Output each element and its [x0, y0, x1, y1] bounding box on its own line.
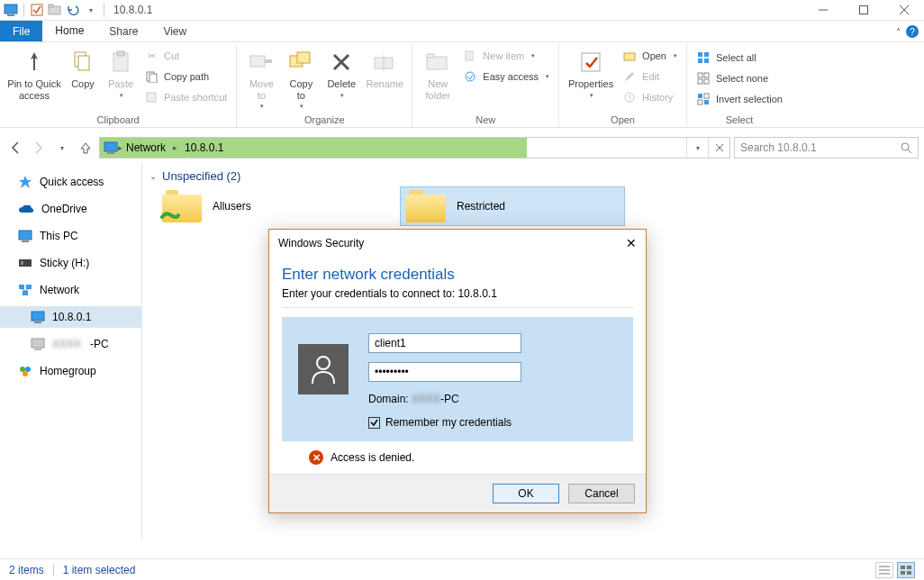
search-placeholder: Search 10.8.0.1 [740, 141, 817, 154]
svg-rect-37 [698, 79, 702, 84]
nav-this-pc[interactable]: This PC [0, 225, 141, 247]
explorer-icon[interactable] [2, 1, 20, 19]
dialog-subtitle: Enter your credentials to connect to: 10… [282, 287, 633, 300]
nav-homegroup[interactable]: Homegroup [0, 360, 141, 382]
nav-quick-access[interactable]: Quick access [0, 171, 141, 193]
dialog-title: Windows Security [278, 237, 364, 249]
back-button[interactable] [5, 138, 25, 158]
open-button[interactable]: Open▾ [619, 46, 681, 66]
credentials-box: Domain: XXXX-PC Remember my credentials [282, 317, 633, 441]
view-details-button[interactable] [875, 562, 893, 578]
status-item-count: 2 items [9, 564, 44, 576]
content-group-header[interactable]: ⌄ Unspecified (2) [149, 169, 924, 183]
address-bar[interactable]: ▸ Network▸ 10.8.0.1 ▾ [99, 137, 730, 159]
refresh-button[interactable] [708, 138, 729, 158]
qat-dropdown-icon[interactable]: ▾ [82, 1, 100, 19]
folder-allusers[interactable]: Allusers [157, 186, 382, 226]
undo-icon[interactable] [64, 1, 82, 19]
search-icon [900, 141, 912, 154]
dialog-close-button[interactable]: ✕ [626, 236, 637, 250]
maximize-button[interactable] [843, 0, 883, 21]
cut-button[interactable]: ✂Cut [140, 46, 231, 66]
svg-rect-54 [26, 285, 32, 289]
search-box[interactable]: Search 10.8.0.1 [734, 137, 919, 159]
copy-to-button[interactable]: Copy to▾ [282, 44, 320, 110]
svg-rect-52 [21, 261, 23, 265]
edit-button[interactable]: Edit [619, 67, 681, 86]
pin-quick-access-button[interactable]: Pin to Quick access [5, 44, 63, 101]
file-tab[interactable]: File [0, 21, 42, 41]
dialog-buttons: OK Cancel [269, 474, 646, 512]
new-item-button[interactable]: New item▾ [459, 46, 553, 66]
svg-rect-68 [901, 566, 905, 569]
cancel-button[interactable]: Cancel [568, 484, 635, 503]
home-tab[interactable]: Home [42, 21, 96, 41]
nav-onedrive[interactable]: OneDrive [0, 198, 141, 220]
svg-rect-44 [107, 152, 114, 154]
nav-network[interactable]: Network [0, 279, 141, 301]
group-select: Select all Select none Invert selection … [687, 44, 792, 127]
password-input[interactable] [368, 362, 521, 382]
invert-selection-button[interactable]: Invert selection [693, 89, 786, 109]
svg-rect-70 [901, 571, 905, 575]
checkbox-icon[interactable] [28, 1, 46, 19]
new-folder-button[interactable]: New folder [418, 44, 457, 101]
group-new: New folder New item▾ Easy access▾ New [412, 44, 559, 127]
svg-point-62 [20, 367, 25, 372]
view-tab[interactable]: View [150, 21, 199, 41]
remember-checkbox[interactable]: Remember my credentials [368, 416, 617, 429]
copy-button[interactable]: Copy [65, 44, 101, 90]
close-button[interactable] [883, 0, 924, 21]
rename-button[interactable]: Rename [363, 44, 406, 90]
share-folder-icon [406, 190, 446, 222]
properties-button[interactable]: Properties▾ [565, 44, 617, 99]
copy-path-button[interactable]: Copy path [140, 67, 231, 86]
recent-locations-button[interactable]: ▾ [52, 138, 72, 158]
crumb-network[interactable]: Network▸ [122, 138, 181, 158]
delete-button[interactable]: Delete▾ [322, 44, 361, 99]
group-label-select: Select [693, 114, 786, 127]
forward-button[interactable] [29, 138, 49, 158]
share-folder-icon [162, 190, 202, 222]
svg-rect-33 [698, 59, 702, 63]
svg-rect-6 [859, 6, 867, 14]
nav-sticky[interactable]: Sticky (H:) [0, 252, 141, 274]
svg-rect-31 [698, 52, 702, 57]
svg-line-57 [25, 289, 29, 291]
nav-host-1[interactable]: 10.8.0.1 [0, 306, 141, 328]
move-to-button[interactable]: Move to▾ [242, 44, 280, 110]
folder-restricted[interactable]: Restricted [400, 186, 625, 226]
paste-button[interactable]: Paste▾ [103, 44, 139, 99]
svg-rect-40 [704, 94, 709, 98]
svg-rect-61 [34, 349, 41, 350]
up-button[interactable] [76, 138, 95, 158]
address-dropdown-button[interactable]: ▾ [686, 138, 708, 158]
select-none-button[interactable]: Select none [693, 68, 786, 88]
svg-rect-1 [7, 14, 14, 16]
help-icon[interactable]: ? [906, 25, 919, 38]
ribbon-tabs: File Home Share View ˄ ? [0, 21, 924, 42]
svg-rect-17 [250, 56, 265, 67]
paste-shortcut-button[interactable]: Paste shortcut [140, 87, 231, 107]
dialog-titlebar: Windows Security ✕ [269, 230, 646, 257]
folder-label: Allusers [213, 200, 251, 213]
easy-access-button[interactable]: Easy access▾ [459, 67, 553, 86]
svg-rect-42 [704, 100, 709, 104]
ribbon-collapse-icon[interactable]: ˄ [896, 27, 901, 37]
dialog-heading: Enter network credentials [282, 266, 633, 284]
share-tab[interactable]: Share [96, 21, 150, 41]
svg-rect-13 [117, 51, 124, 56]
username-input[interactable] [368, 333, 521, 353]
select-all-button[interactable]: Select all [693, 48, 786, 68]
ok-button[interactable]: OK [493, 484, 559, 503]
collapse-icon: ⌄ [149, 171, 157, 181]
svg-rect-50 [22, 240, 29, 242]
history-button[interactable]: History [619, 87, 681, 107]
minimize-button[interactable] [802, 0, 843, 21]
new-folder-qat-icon[interactable] [46, 1, 64, 19]
svg-rect-16 [147, 93, 156, 102]
group-label-organize: Organize [242, 114, 406, 127]
crumb-host[interactable]: 10.8.0.1 [181, 138, 227, 158]
nav-host-2[interactable]: XXXX-PC [0, 333, 141, 355]
view-large-icons-button[interactable] [897, 562, 915, 578]
